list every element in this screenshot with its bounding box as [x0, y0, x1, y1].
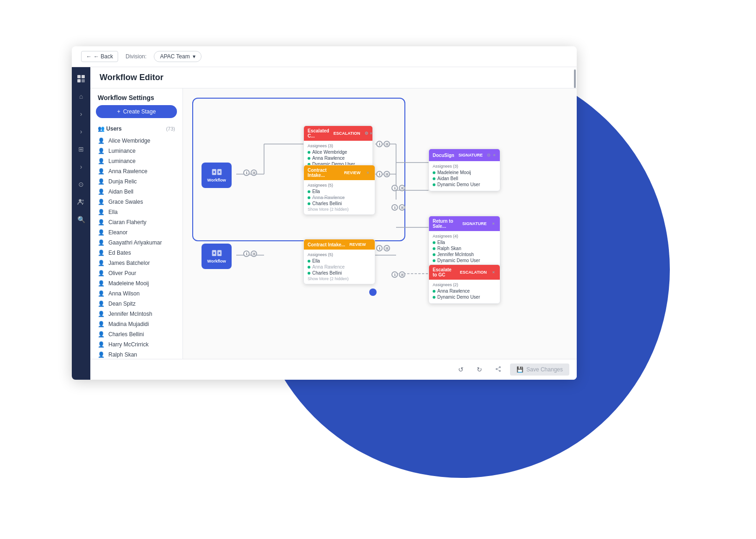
user-icon: 👤 — [98, 321, 105, 327]
user-item[interactable]: 👤Charles Bellini — [90, 329, 183, 339]
bottom-bar: ↺ ↻ — [90, 359, 577, 380]
users-header: 👥 Users (73) — [90, 123, 183, 135]
user-item[interactable]: 👤Jennifer McIntosh — [90, 309, 183, 319]
dot-icon — [308, 266, 310, 269]
svg-point-22 — [218, 171, 220, 173]
assignee-row: Alice Wembridge — [308, 150, 369, 155]
user-item[interactable]: 👤Alice Wembridge — [90, 136, 183, 146]
user-item[interactable]: 👤Dunja Relic — [90, 176, 183, 187]
user-item[interactable]: 👤Gaayathri Ariyakumar — [90, 238, 183, 248]
escalated-header: Escalated C... ESCALATION ⚙ × — [304, 126, 372, 141]
assignee-row: Madeleine Mooij — [433, 170, 496, 175]
user-item[interactable]: 👤Eleanor — [90, 227, 183, 238]
user-item[interactable]: 👤Luminance — [90, 156, 183, 166]
user-icon: 👤 — [98, 280, 105, 287]
node-delete-icon[interactable]: × — [491, 220, 496, 227]
escalated-node[interactable]: Escalated C... ESCALATION ⚙ × Assignees … — [303, 125, 373, 171]
user-item[interactable]: 👤Madeleine Mooij — [90, 278, 183, 288]
node-settings-icon[interactable]: ⚙ — [365, 130, 368, 137]
nav-chevron-1[interactable]: › — [74, 107, 88, 121]
review-badge-2: REVIEW — [347, 242, 368, 247]
nav-logo[interactable] — [74, 72, 88, 86]
division-select[interactable]: APAC Team ▾ — [154, 51, 201, 62]
escalated-title: Escalated C... — [308, 128, 329, 138]
page-body: Workflow Settings + Create Stage 👥 Users… — [90, 88, 577, 359]
escalation-badge: ESCALATION — [331, 131, 363, 136]
user-item[interactable]: 👤James Batchelor — [90, 258, 183, 268]
user-item[interactable]: 👤Dean Spitz — [90, 299, 183, 309]
assignee-row: Jennifer McIntosh — [433, 252, 496, 257]
user-item[interactable]: 👤Harry McCrirrick — [90, 339, 183, 350]
node-settings-icon[interactable]: ⊙ — [487, 151, 491, 159]
docusign-header: DocuSign SIGNATURE ⊙ × — [429, 149, 500, 161]
user-item[interactable]: 👤Anna Wilson — [90, 288, 183, 299]
svg-rect-2 — [77, 79, 81, 82]
user-item[interactable]: 👤Luminance — [90, 146, 183, 156]
node-delete-icon[interactable]: × — [491, 269, 496, 276]
review-badge: REVIEW — [342, 170, 363, 175]
user-item-ed-bates[interactable]: 👤Ed Bates — [90, 248, 183, 258]
return-to-sale-node[interactable]: Return to Sale... SIGNATURE × Assignees … — [428, 216, 500, 267]
back-button[interactable]: ← ← Back — [81, 51, 118, 62]
workflow-canvas[interactable]: Workflow ℹ ⊞ Escalated C... ES — [183, 88, 577, 359]
nav-grid-icon[interactable]: ⊞ — [74, 142, 88, 156]
dot-icon — [308, 196, 310, 199]
settings-header: Workflow Settings — [90, 88, 183, 105]
svg-point-26 — [218, 252, 220, 254]
workflow-start-inner: Workflow — [202, 163, 232, 188]
docusign-title: DocuSign — [433, 153, 454, 158]
assignee-row: Anna Rawlence — [308, 264, 371, 270]
dot-icon — [433, 296, 435, 299]
nav-users-icon[interactable] — [74, 195, 88, 209]
docusign-node[interactable]: DocuSign SIGNATURE ⊙ × Assignees (3) Mad… — [428, 149, 500, 191]
user-item[interactable]: 👤Ella — [90, 207, 183, 217]
create-stage-button[interactable]: + Create Stage — [96, 105, 177, 118]
settings-dot: ⊞ — [384, 245, 390, 251]
nav-chevron-3[interactable]: › — [74, 160, 88, 174]
svg-point-25 — [213, 252, 215, 254]
dot-icon — [308, 260, 310, 263]
nav-settings-icon[interactable]: ⊙ — [74, 177, 88, 191]
user-item[interactable]: 👤Anna Rawlence — [90, 166, 183, 176]
nav-chevron-2[interactable]: › — [74, 125, 88, 138]
user-icon: 👤 — [98, 178, 105, 185]
undo-button[interactable]: ↺ — [454, 363, 467, 376]
user-icon: 👤 — [98, 341, 105, 348]
svg-rect-0 — [77, 75, 81, 78]
user-item[interactable]: 👤Aidan Bell — [90, 187, 183, 197]
nav-search-icon[interactable]: 🔍 — [74, 213, 88, 226]
division-label: Division: — [126, 53, 146, 60]
nav-home-icon[interactable]: ⌂ — [74, 89, 88, 103]
share-button[interactable] — [491, 363, 504, 376]
connector-2: ℹ ⊞ — [243, 251, 257, 257]
share-icon — [494, 365, 502, 374]
user-item[interactable]: 👤Ciaran Flaherty — [90, 217, 183, 227]
user-item[interactable]: 👤Ralph Skan — [90, 350, 183, 359]
page-title: Workflow Editor — [100, 73, 164, 82]
redo-button[interactable]: ↻ — [473, 363, 486, 376]
contract-intake-node[interactable]: Contract Intake... REVIEW × Assignees (5… — [303, 165, 375, 215]
assignee-row: Ella — [308, 189, 371, 194]
svg-rect-1 — [82, 75, 85, 78]
user-item-oliver-pour[interactable]: 👤Oliver Pour — [90, 268, 183, 278]
user-item[interactable]: 👤Madina Mujadidi — [90, 319, 183, 329]
user-icon: 👤 — [98, 351, 105, 358]
workflow2-node[interactable]: Contract Intake... REVIEW Assignees (5) … — [303, 239, 375, 284]
assignees-label: Assignees (3) — [433, 164, 496, 169]
user-item[interactable]: 👤Grace Swales — [90, 197, 183, 207]
info-dot: ℹ — [243, 251, 250, 257]
return-title: Return to Sale... — [433, 219, 458, 229]
dot-icon — [433, 177, 435, 180]
node-delete-icon[interactable]: × — [365, 169, 371, 176]
node-delete-icon[interactable]: × — [492, 151, 496, 159]
users-list[interactable]: 👤Alice Wembridge 👤Luminance 👤Luminance 👤… — [90, 135, 183, 359]
contract-header: Contract Intake... REVIEW × — [304, 165, 375, 180]
node-delete-icon[interactable]: × — [370, 130, 372, 137]
escalate-gc-node[interactable]: Escalate to GC ESCALATION × Assignees (2… — [428, 264, 500, 304]
user-icon: 👤 — [98, 311, 105, 317]
return-body: Assignees (4) Ella Ralph Skan Jennifer M… — [429, 231, 500, 267]
save-changes-button[interactable]: 💾 Save Changes — [510, 364, 569, 376]
show-more-label: Show More (2 hidden) — [308, 207, 371, 212]
user-icon: 👤 — [98, 239, 105, 246]
connector-svg — [192, 98, 563, 359]
